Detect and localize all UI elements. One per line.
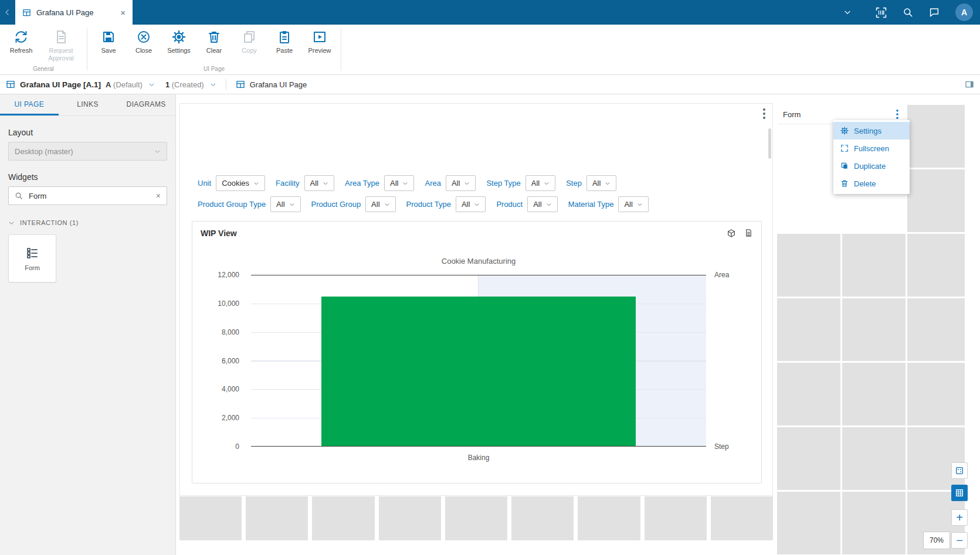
tab-diagrams[interactable]: DIAGRAMS — [117, 94, 175, 115]
ribbon-button-label: Paste — [276, 47, 293, 55]
filter-select[interactable]: All — [365, 196, 395, 212]
open-panel-icon[interactable] — [965, 80, 974, 89]
top-bar: Grafana UI Page × A — [0, 0, 980, 25]
version-status: (Default) — [113, 80, 143, 89]
grid-tile — [842, 492, 906, 554]
scan-icon[interactable] — [876, 7, 887, 18]
grid-tile — [907, 427, 965, 490]
paste-button[interactable]: Paste — [267, 30, 302, 55]
layout-select-value: Desktop (master) — [15, 147, 73, 156]
dice-icon — [955, 466, 964, 475]
avatar[interactable]: A — [955, 4, 973, 21]
wip-bar[interactable] — [321, 297, 635, 446]
grid-tile — [777, 234, 840, 297]
chevron-down-icon[interactable] — [843, 8, 852, 16]
page-grid-icon — [6, 80, 15, 89]
widget-search-input[interactable] — [28, 191, 151, 201]
widget-context-menu: Settings Fullscreen Duplicate Delete — [833, 120, 910, 194]
menu-item-settings[interactable]: Settings — [833, 122, 910, 139]
left-sidebar: UI PAGE LINKS DIAGRAMS Layout Desktop (m… — [0, 94, 176, 555]
filter-value: All — [531, 179, 540, 188]
preview-button[interactable]: Preview — [302, 30, 337, 55]
filter-select[interactable]: All — [525, 175, 555, 191]
filter-value: All — [371, 200, 379, 209]
grid-tile — [842, 298, 906, 361]
ribbon-group-ui-page: Save Close Settings Clear Copy — [91, 25, 337, 74]
form-widget-title: Form — [783, 110, 801, 119]
filter-label: Unit — [198, 179, 211, 188]
chevron-down-icon[interactable] — [148, 81, 155, 88]
ribbon-divider — [87, 28, 87, 71]
grid-tile — [907, 169, 965, 232]
filter-bar: Unit Cookies Facility All Area Type All … — [198, 175, 649, 212]
toggle-grid-button[interactable] — [951, 485, 968, 501]
zoom-out-button[interactable]: − — [951, 532, 968, 549]
copy-icon — [242, 30, 256, 44]
open-page-tab[interactable]: Grafana UI Page × — [15, 0, 133, 25]
filter-select[interactable]: All — [586, 175, 616, 191]
version-selector[interactable]: A (Default) — [106, 80, 143, 89]
y-tick: 4,000 — [222, 385, 239, 393]
save-button[interactable]: Save — [91, 30, 126, 55]
zoom-in-button[interactable]: + — [951, 509, 968, 526]
delete-icon — [840, 179, 849, 188]
randomize-button[interactable] — [951, 462, 968, 479]
layout-select[interactable]: Desktop (master) — [8, 142, 167, 161]
chevron-down-icon — [402, 181, 408, 186]
filter-unit: Unit Cookies — [198, 175, 265, 191]
chevron-down-icon — [8, 220, 15, 226]
filter-select[interactable]: All — [527, 196, 557, 212]
widget-card-form[interactable]: Form — [8, 234, 56, 282]
chat-icon[interactable] — [929, 7, 940, 18]
form-widget-kebab-icon[interactable] — [895, 108, 900, 120]
page-scrollbar[interactable] — [768, 128, 771, 159]
menu-item-delete[interactable]: Delete — [833, 175, 910, 192]
grid-tile — [907, 105, 965, 168]
filter-label: Area — [425, 179, 440, 188]
copy-button: Copy — [232, 30, 267, 55]
settings-button[interactable]: Settings — [161, 30, 196, 55]
clear-button[interactable]: Clear — [196, 30, 232, 55]
interaction-section-toggle[interactable]: INTERACTION (1) — [8, 219, 167, 226]
filter-select[interactable]: Cookies — [216, 175, 265, 191]
chevron-down-icon — [546, 202, 552, 207]
chevron-down-icon[interactable] — [210, 81, 216, 88]
filter-value: All — [276, 200, 284, 209]
ribbon-group-label: General — [4, 66, 83, 74]
close-button[interactable]: Close — [126, 30, 161, 55]
filter-select[interactable]: All — [618, 196, 648, 212]
menu-item-duplicate[interactable]: Duplicate — [833, 157, 910, 175]
filter-select[interactable]: All — [384, 175, 414, 191]
filter-product: Product All — [496, 196, 557, 212]
breadcrumb-instance-title: Grafana UI Page — [250, 80, 307, 89]
duplicate-icon — [840, 162, 849, 170]
filter-select[interactable]: All — [456, 196, 486, 212]
menu-item-fullscreen[interactable]: Fullscreen — [833, 139, 910, 157]
filter-select[interactable]: All — [270, 196, 300, 212]
filter-value: All — [310, 179, 318, 188]
search-icon[interactable] — [903, 7, 913, 18]
grid-tile — [711, 496, 773, 540]
revision-status: (Created) — [172, 80, 204, 89]
filter-select[interactable]: All — [304, 175, 334, 191]
x-category-label: Baking — [251, 454, 706, 462]
settings-icon — [172, 30, 186, 44]
page-designer[interactable]: Unit Cookies Facility All Area Type All … — [179, 103, 773, 496]
tab-ui-page[interactable]: UI PAGE — [0, 94, 59, 115]
revision-selector[interactable]: 1 (Created) — [165, 80, 204, 89]
chevron-down-icon — [289, 202, 295, 207]
refresh-button[interactable]: Refresh — [4, 30, 39, 55]
tab-close-icon[interactable]: × — [120, 8, 126, 17]
grid-tile — [842, 427, 906, 490]
filter-select[interactable]: All — [446, 175, 476, 191]
chevron-down-icon — [384, 202, 390, 207]
request-approval-button: Request Approval — [39, 30, 83, 62]
chevron-down-icon — [464, 181, 470, 186]
clear-search-icon[interactable]: × — [156, 191, 161, 200]
tab-links[interactable]: LINKS — [59, 94, 117, 115]
ribbon-button-label: Preview — [308, 47, 331, 55]
revision-label: 1 — [165, 80, 169, 89]
grid-tile — [777, 363, 840, 425]
page-kebab-menu-icon[interactable] — [762, 107, 767, 120]
back-chevron-icon[interactable] — [0, 8, 15, 16]
